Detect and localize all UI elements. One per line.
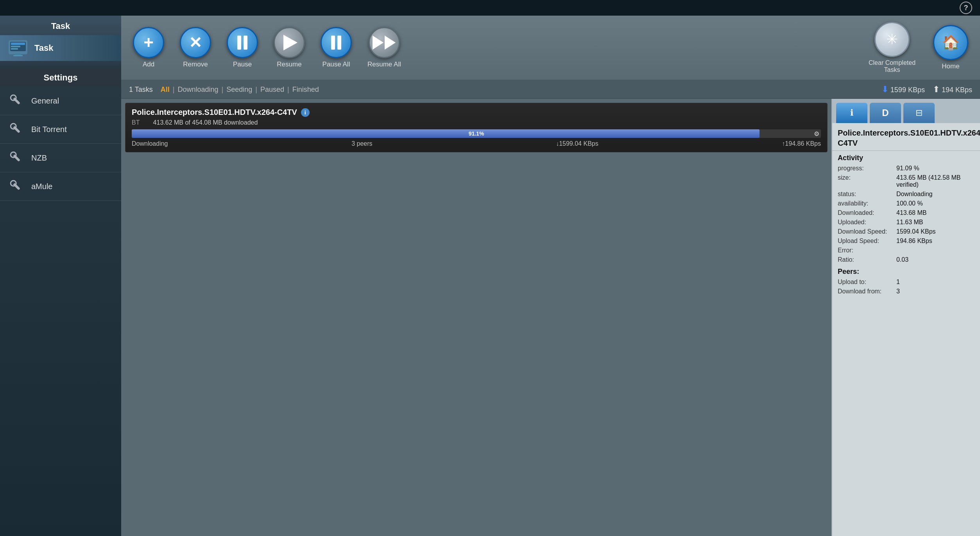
detail-tab-d-icon: D (882, 107, 889, 118)
progress-bar-text: 91.1% (469, 130, 484, 137)
settings-items: General Bit Torrent NZB (0, 87, 121, 201)
settings-label-bittorrent: Bit Torrent (31, 125, 67, 134)
sidebar-settings-section: Settings General Bit Torrent (0, 69, 121, 201)
detail-row-value: 100.00 % (896, 200, 923, 207)
add-button-circle: + (133, 27, 164, 58)
wrench-icon-bittorrent (8, 121, 25, 138)
detail-title: Police.Interceptors.S10E01.HDTV.x264-C4T… (832, 123, 980, 151)
filter-speeds: ⬇ 1599 KBps ⬆ 194 KBps (881, 84, 972, 95)
filter-finished[interactable]: Finished (292, 86, 319, 94)
upload-speed: ⬆ 194 KBps (933, 84, 972, 95)
detail-row-value: 194.86 KBps (896, 238, 932, 245)
sidebar-task-section: Task Task (0, 16, 121, 66)
resume-button[interactable]: Resume (274, 27, 305, 68)
detail-row-label: progress: (838, 165, 896, 172)
pause-all-icon (331, 36, 341, 50)
plus-icon: + (143, 34, 154, 51)
detail-row: status:Downloading (832, 189, 980, 199)
pause-button[interactable]: Pause (227, 27, 258, 68)
resume-all-button[interactable]: Resume All (367, 27, 401, 68)
svg-rect-4 (11, 48, 18, 50)
download-speed: ⬇ 1599 KBps (881, 84, 925, 95)
detail-row: Ratio:0.03 (832, 255, 980, 264)
detail-row-value: 0.03 (896, 256, 908, 263)
detail-row: Upload Speed:194.86 KBps (832, 236, 980, 246)
task-peers: 3 peers (351, 140, 372, 147)
sidebar-task-label: Task (34, 43, 54, 53)
detail-row: Downloaded:413.68 MB (832, 208, 980, 218)
progress-bar-bg: 91.1% ⚙ (132, 129, 821, 138)
detail-row-value: 91.09 % (896, 165, 919, 172)
clear-completed-button[interactable]: ✳ Clear Completed Tasks (867, 22, 917, 73)
settings-label-general: General (31, 96, 59, 105)
sidebar: Task Task Settings (0, 16, 121, 536)
task-type-label: BT (132, 119, 140, 126)
detail-tab-peers[interactable]: ⊟ (903, 103, 935, 123)
peers-section-title: Peers: (838, 268, 975, 276)
x-icon: ✕ (189, 35, 202, 50)
main-layout: Task Task Settings (0, 16, 980, 536)
task-ul-speed: ↑194.86 KBps (782, 140, 821, 147)
top-bar: ? (0, 0, 980, 16)
wrench-icon-general (8, 92, 25, 109)
detail-row-value: 1599.04 KBps (896, 228, 936, 235)
peers-section: Peers: (832, 264, 980, 277)
detail-row-label: Downloaded: (838, 209, 896, 216)
task-info-icon[interactable]: i (301, 108, 310, 117)
remove-button[interactable]: ✕ Remove (180, 27, 211, 68)
task-meta: BT 413.62 MB of 454.08 MB downloaded (132, 119, 821, 126)
detail-row-label: Error: (838, 247, 896, 254)
detail-row-value: 413.68 MB (896, 209, 926, 216)
detail-row-label: status: (838, 191, 896, 198)
task-dl-speed: ↓1599.04 KBps (556, 140, 598, 147)
detail-row-label: Download Speed: (838, 228, 896, 235)
detail-row-label: Ratio: (838, 256, 896, 263)
add-label: Add (143, 61, 154, 68)
svg-rect-5 (15, 54, 21, 55)
detail-tabs: ℹ D ⊟ (832, 99, 980, 123)
pause-all-label: Pause All (322, 61, 350, 68)
progress-bar-icon: ⚙ (814, 130, 819, 138)
sidebar-item-general[interactable]: General (0, 87, 121, 115)
detail-row: Uploaded:11.63 MB (832, 218, 980, 227)
sidebar-item-nzb[interactable]: NZB (0, 144, 121, 172)
detail-row: Download from:3 (832, 287, 980, 296)
ff-icon (373, 36, 396, 50)
remove-label: Remove (183, 61, 208, 68)
sidebar-task-title: Task (0, 19, 121, 34)
filter-paused[interactable]: Paused (260, 86, 284, 94)
home-icon: 🏠 (942, 34, 960, 51)
detail-row-label: Upload Speed: (838, 238, 896, 245)
detail-row: Download Speed:1599.04 KBps (832, 227, 980, 236)
peers-row-label: Download from: (838, 288, 896, 295)
activity-rows: progress:91.09 %size:413.65 MB (412.58 M… (832, 164, 980, 264)
detail-row-label: Uploaded: (838, 219, 896, 226)
pause-all-button[interactable]: Pause All (321, 27, 352, 68)
detail-row: size:413.65 MB (412.58 MB verified) (832, 173, 980, 189)
wrench-icon-nzb (8, 149, 25, 166)
sidebar-item-bittorrent[interactable]: Bit Torrent (0, 115, 121, 144)
peers-row-value: 1 (896, 279, 900, 286)
add-button[interactable]: + Add (133, 27, 164, 68)
table-row[interactable]: Police.Interceptors.S10E01.HDTV.x264-C4T… (125, 103, 828, 152)
task-list: Police.Interceptors.S10E01.HDTV.x264-C4T… (121, 99, 831, 536)
wrench-icon-amule (8, 178, 25, 195)
filter-seeding[interactable]: Seeding (226, 86, 252, 94)
detail-row-value: Downloading (896, 191, 933, 198)
detail-tab-info[interactable]: ℹ (836, 103, 867, 123)
filter-all[interactable]: All (161, 86, 170, 94)
help-button[interactable]: ? (960, 2, 972, 14)
arrow-down-icon: ⬇ (881, 84, 889, 94)
progress-bar-fill (132, 129, 760, 138)
info-tab-icon: ℹ (850, 108, 853, 118)
detail-row: Upload to:1 (832, 277, 980, 287)
home-button[interactable]: 🏠 Home (933, 25, 968, 70)
filter-downloading[interactable]: Downloading (177, 86, 218, 94)
filter-links: All | Downloading | Seeding | Paused | F… (161, 86, 319, 94)
sidebar-item-amule[interactable]: aMule (0, 172, 121, 201)
content-area: + Add ✕ Remove Pause (121, 16, 980, 536)
detail-tab-detail[interactable]: D (870, 103, 901, 123)
sidebar-task-item[interactable]: Task (0, 35, 121, 61)
detail-row: progress:91.09 % (832, 164, 980, 173)
resume-all-circle (369, 27, 400, 58)
